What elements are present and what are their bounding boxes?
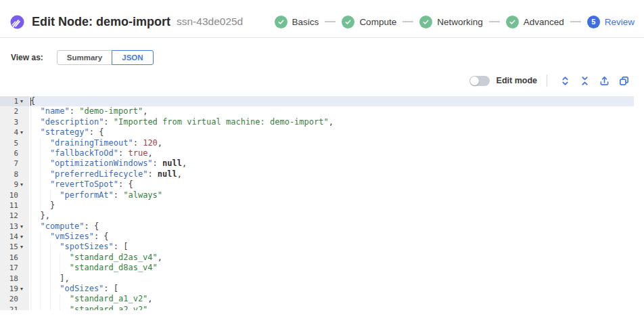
view-as-json-button[interactable]: JSON <box>112 50 153 65</box>
fold-caret-icon[interactable]: ▾ <box>20 284 29 294</box>
step-review[interactable]: 5Review <box>587 16 635 28</box>
code-content: "standard_a1_v2", <box>29 294 634 304</box>
indent-guide <box>60 253 69 263</box>
indent-guide <box>40 253 49 263</box>
indent-guide <box>40 179 49 190</box>
token-str: "standard_a2_v2" <box>70 305 148 310</box>
token-punct: : [ <box>104 284 118 293</box>
token-num: 120 <box>143 138 158 148</box>
step-connector <box>402 21 413 22</box>
code-line[interactable]: 8"preferredLifecycle": null, <box>0 169 634 179</box>
collapse-icon <box>580 76 590 86</box>
fold-caret-icon[interactable]: ▾ <box>20 232 29 242</box>
export-button[interactable] <box>598 74 611 87</box>
toggle-knob <box>470 77 479 85</box>
code-line[interactable]: 17"standard_d8as_v4" <box>0 263 634 273</box>
code-line[interactable]: 7"optimizationWindows": null, <box>0 158 634 169</box>
indent-guide <box>30 221 40 232</box>
indent-guide <box>30 106 40 116</box>
token-key: "vmSizes" <box>50 232 94 241</box>
fold-caret-icon[interactable]: ▾ <box>20 221 29 232</box>
code-line[interactable]: 19▾"odSizes": [ <box>0 284 634 294</box>
json-editor[interactable]: 1▾{2"name": "demo-import",3"description"… <box>0 96 634 310</box>
gutter-cell: 12 <box>0 211 29 221</box>
gutter-cell: 17 <box>0 263 29 273</box>
code-line[interactable]: 13▾"compute": { <box>0 221 634 232</box>
code-line[interactable]: 12}, <box>0 211 634 221</box>
view-as-switcher: SummaryJSON <box>57 50 154 65</box>
indent-guide <box>30 263 40 273</box>
token-punct: , <box>158 253 162 262</box>
code-content: "vmSizes": { <box>29 232 634 242</box>
code-line[interactable]: 2"name": "demo-import", <box>0 106 634 116</box>
code-line[interactable]: 10"performAt": "always" <box>0 190 634 200</box>
code-line[interactable]: 11} <box>0 200 634 211</box>
fold-spacer <box>20 169 29 179</box>
code-line[interactable]: 20"standard_a1_v2", <box>0 294 634 304</box>
indent-guide <box>50 274 60 284</box>
fold-spacer <box>20 148 29 158</box>
gutter-cell: 5 <box>0 138 29 148</box>
token-punct: : <box>104 117 113 127</box>
token-punct: : <box>70 106 79 116</box>
step-check-icon <box>275 16 288 28</box>
edit-mode-toggle[interactable] <box>469 76 490 86</box>
gutter-cell: 1▾ <box>0 96 29 106</box>
fold-caret-icon[interactable]: ▾ <box>20 96 29 106</box>
collapse-all-button[interactable] <box>578 74 591 87</box>
fold-caret-icon[interactable]: ▾ <box>20 179 29 190</box>
gutter-cell: 8 <box>0 169 29 179</box>
indent-guide <box>30 253 40 263</box>
token-punct: ], <box>60 274 69 283</box>
token-punct: }, <box>40 211 49 220</box>
step-label: Advanced <box>524 17 564 27</box>
code-content: "description": "Imported from virtual ma… <box>29 117 634 127</box>
wizard-stepper: BasicsComputeNetworkingAdvanced5Review <box>275 16 635 28</box>
step-networking[interactable]: Networking <box>419 16 483 28</box>
token-punct: : [ <box>114 242 129 251</box>
token-str: "demo-import" <box>79 106 143 116</box>
code-line[interactable]: 9▾"revertToSpot": { <box>0 179 634 190</box>
expand-all-button[interactable] <box>559 74 572 87</box>
view-as-summary-button[interactable]: Summary <box>57 50 112 65</box>
code-content: "compute": { <box>29 221 634 232</box>
gutter-cell: 20 <box>0 294 29 304</box>
fold-spacer <box>20 253 29 263</box>
view-as-label: View as: <box>11 53 43 62</box>
token-punct: , <box>147 148 152 158</box>
step-label: Review <box>605 17 635 27</box>
code-line[interactable]: 5"drainingTimeout": 120, <box>0 138 634 148</box>
gutter-cell: 19▾ <box>0 284 29 294</box>
step-compute[interactable]: Compute <box>342 16 396 28</box>
fold-spacer <box>20 263 29 273</box>
code-content: }, <box>29 211 634 221</box>
copy-button[interactable] <box>618 74 630 87</box>
step-basics[interactable]: Basics <box>275 16 319 28</box>
code-line[interactable]: 3"description": "Imported from virtual m… <box>0 117 634 127</box>
code-line[interactable]: 4▾"strategy": { <box>0 127 634 137</box>
code-line[interactable]: 16"standard_d2as_v4", <box>0 253 634 263</box>
token-key: "compute" <box>40 221 84 231</box>
code-line[interactable]: 15▾"spotSizes": [ <box>0 242 634 252</box>
step-check-icon <box>506 16 519 28</box>
fold-spacer <box>20 117 29 127</box>
fold-caret-icon[interactable]: ▾ <box>20 127 29 137</box>
indent-guide <box>50 263 60 273</box>
code-line[interactable]: 6"fallbackToOd": true, <box>0 148 634 158</box>
code-content: "fallbackToOd": true, <box>29 148 634 158</box>
step-check-icon <box>342 16 354 28</box>
token-punct: : <box>147 169 157 179</box>
fold-caret-icon[interactable]: ▾ <box>20 242 29 252</box>
code-content: "standard_d2as_v4", <box>29 253 634 263</box>
indent-guide <box>40 274 49 284</box>
code-line[interactable]: 21"standard_a2_v2", <box>0 305 634 310</box>
step-advanced[interactable]: Advanced <box>506 16 564 28</box>
line-number: 10 <box>0 190 20 200</box>
page-title: Edit Node: demo-import <box>32 15 170 29</box>
code-line[interactable]: 14▾"vmSizes": { <box>0 232 634 242</box>
token-str: "Imported from virtual machine: demo-imp… <box>114 117 329 127</box>
indent-guide <box>40 305 49 310</box>
token-str: "standard_d2as_v4" <box>70 253 158 262</box>
code-line[interactable]: 18], <box>0 274 634 284</box>
code-line[interactable]: 1▾{ <box>0 96 634 106</box>
